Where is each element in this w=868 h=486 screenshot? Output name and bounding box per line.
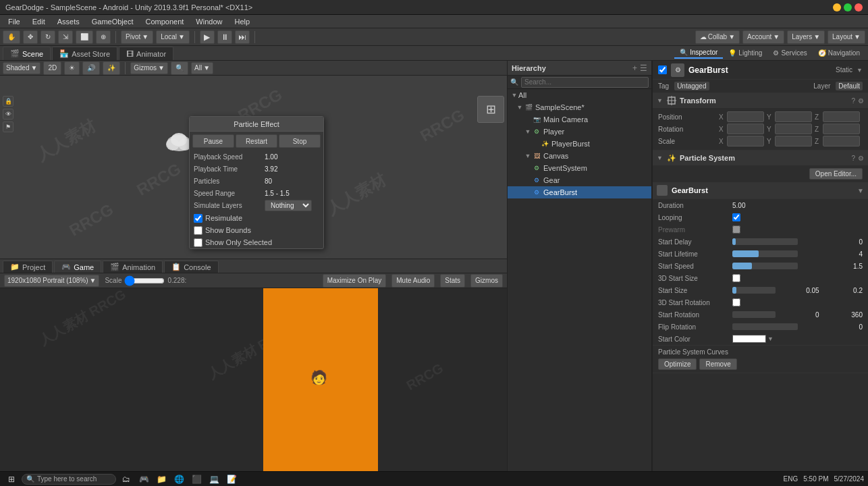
start-button[interactable]: ⊞ [4,473,19,485]
menu-window[interactable]: Window [190,16,227,27]
remove-button[interactable]: Remove [699,358,736,370]
eye-icon[interactable]: 👁 [3,109,13,119]
hierarchy-item-samplescene[interactable]: ▼ 🎬 SampleScene* [508,101,651,113]
collab-button[interactable]: ☁ Collab ▼ [695,30,740,44]
ps-looping-checkbox[interactable] [732,213,740,221]
particle-system-header[interactable]: ▼ ✨ Particle System ? ⚙ [653,151,868,165]
restart-particle-button[interactable]: Restart [236,134,277,148]
hand-tool[interactable]: ✋ [3,30,20,44]
hierarchy-add-button[interactable]: + [632,63,637,73]
pivot-button[interactable]: Pivot ▼ [121,30,153,44]
play-button[interactable]: ▶ [200,30,215,44]
tab-services[interactable]: ⚙ Services [767,48,812,58]
tab-lighting[interactable]: 💡 Lighting [723,48,767,58]
resolution-dropdown[interactable]: 1920x1080 Portrait (108%) ▼ [4,275,99,287]
unity-icon[interactable]: 🎮 [136,473,151,485]
open-editor-button[interactable]: Open Editor... [809,168,863,180]
shaded-dropdown[interactable]: Shaded ▼ [3,62,40,74]
close-button[interactable] [855,3,863,11]
active-toggle[interactable] [658,65,667,74]
simulate-layers-select[interactable]: Nothing Everything [265,200,312,211]
ps-3d-start-rotation-checkbox[interactable] [732,298,740,306]
game-view[interactable]: 人人素材 RRCG 人人素材 RRCG RRCG 🧑 [0,288,507,471]
optimize-button[interactable]: Optimize [658,358,697,370]
hierarchy-search-input[interactable] [521,77,649,88]
taskbar-search[interactable]: 🔍 Type here to search [22,474,116,485]
account-button[interactable]: Account ▼ [742,30,784,44]
pause-button[interactable]: ⏸ [217,30,232,44]
stats-button[interactable]: Stats [440,274,465,288]
tab-scene[interactable]: 🎬 Scene [3,47,51,60]
code-icon[interactable]: 💻 [207,473,221,485]
browser-icon[interactable]: 🌐 [171,473,186,485]
tab-project[interactable]: 📁 Project [3,261,53,273]
local-button[interactable]: Local ▼ [156,30,190,44]
step-button[interactable]: ⏭ [235,30,250,44]
ps-settings-button[interactable]: ⚙ [858,155,864,162]
rot-y-input[interactable]: 0 [775,124,812,134]
transform-header[interactable]: ▼ Transform ? ⚙ [653,93,868,108]
terminal-icon[interactable]: ⬛ [189,473,204,485]
pos-x-input[interactable]: 0 [727,111,764,122]
hierarchy-item-all[interactable]: ▼ All [508,89,651,101]
gizmos-game-button[interactable]: Gizmos [470,274,503,288]
tab-animator[interactable]: 🎞 Animator [119,47,173,60]
tab-console[interactable]: 📋 Console [164,261,218,273]
rot-x-input[interactable]: 0 [727,124,764,134]
show-only-selected-checkbox[interactable] [194,238,202,247]
2d-toggle[interactable]: 2D [43,61,61,75]
rotate-tool[interactable]: ↻ [40,30,55,44]
move-tool[interactable]: ✥ [23,30,38,44]
tab-game[interactable]: 🎮 Game [54,261,101,273]
resimulate-checkbox[interactable] [194,214,202,223]
ps-start-color-swatch[interactable] [732,335,766,343]
flag-icon[interactable]: ⚑ [3,122,13,132]
tab-asset-store[interactable]: 🏪 Asset Store [52,47,117,60]
mute-audio-button[interactable]: Mute Audio [391,274,435,288]
ps-3d-start-size-checkbox[interactable] [732,274,740,282]
menu-component[interactable]: Component [140,16,189,27]
hierarchy-item-gear[interactable]: ⚙ Gear [508,174,651,186]
rot-z-input[interactable]: 0 [823,124,860,134]
tab-animation[interactable]: 🎬 Animation [103,261,163,273]
pos-z-input[interactable]: 0 [823,111,860,122]
pause-particle-button[interactable]: Pause [192,134,234,148]
ps-help-button[interactable]: ? [851,155,855,162]
tag-value[interactable]: Untagged [674,82,709,90]
notes-icon[interactable]: 📝 [224,473,239,485]
search-btn[interactable]: 🔍 [171,61,188,75]
pos-y-input[interactable]: 0 [775,111,812,122]
hierarchy-item-maincamera[interactable]: 📷 Main Camera [508,113,651,126]
fx-toggle[interactable]: ✨ [103,61,120,75]
scene-canvas[interactable]: 人人素材 RRCG RRCG 人人素材 RRCG RRCG Particle E… [0,76,507,259]
hierarchy-item-playerburst[interactable]: ✨ PlayerBurst [508,138,651,150]
stop-particle-button[interactable]: Stop [279,134,321,148]
tab-inspector[interactable]: 🔍 Inspector [674,47,723,59]
menu-help[interactable]: Help [229,16,255,27]
hierarchy-item-player[interactable]: ▼ ⚙ Player [508,126,651,138]
file-explorer-icon[interactable]: 📁 [154,473,169,485]
menu-file[interactable]: File [3,16,26,27]
scale-z-input[interactable]: 1 [823,136,860,146]
scale-tool[interactable]: ⇲ [58,30,73,44]
tab-navigation[interactable]: 🧭 Navigation [813,48,865,58]
hierarchy-item-gearburst[interactable]: ⚙ GearBurst [508,186,651,198]
menu-assets[interactable]: Assets [52,16,85,27]
maximize-on-play-button[interactable]: Maximize On Play [323,274,387,288]
layers-button[interactable]: Layers ▼ [787,30,825,44]
scale-x-input[interactable]: 1 [727,136,764,146]
light-toggle[interactable]: ☀ [64,61,80,75]
scene-gizmo[interactable]: ⊞ [477,96,504,123]
ps-expand-icon[interactable]: ▼ [857,187,864,194]
menu-edit[interactable]: Edit [27,16,51,27]
layer-value[interactable]: Default [836,82,863,90]
transform-settings-button[interactable]: ⚙ [858,97,864,105]
lock-icon[interactable]: 🔒 [3,96,13,107]
hierarchy-item-eventsystem[interactable]: ⚙ EventSystem [508,162,651,174]
scale-slider[interactable] [124,277,165,285]
rect-tool[interactable]: ⬜ [76,30,93,44]
taskview-button[interactable]: 🗂 [119,473,134,485]
audio-toggle[interactable]: 🔊 [82,61,100,75]
hierarchy-item-canvas[interactable]: ▼ 🖼 Canvas [508,150,651,162]
gizmos-dropdown[interactable]: Gizmos ▼ [130,62,168,74]
